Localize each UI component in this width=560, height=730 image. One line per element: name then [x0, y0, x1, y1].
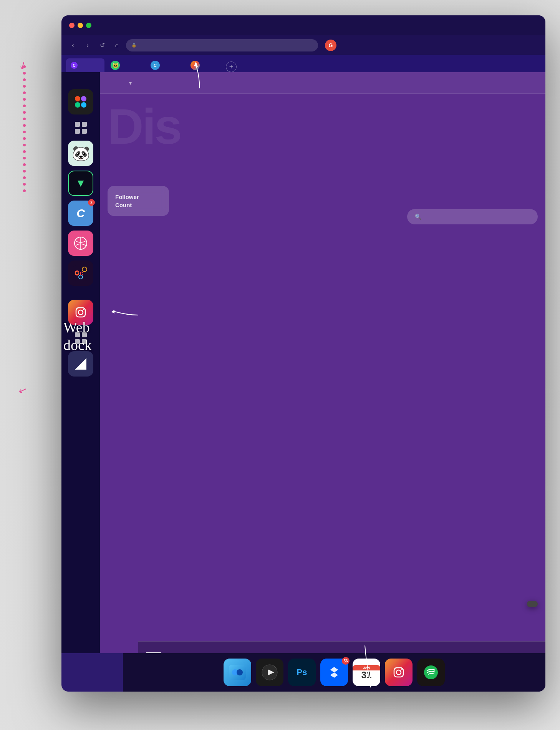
- tab-recommended[interactable]: [146, 642, 161, 653]
- tab-favicon-colorful: [191, 61, 200, 70]
- nav-templates[interactable]: ▾: [128, 80, 132, 86]
- browser-tabs: C 😺 C +: [61, 55, 545, 72]
- svg-point-9: [83, 309, 84, 310]
- tab-favicon-cat: 😺: [111, 61, 120, 70]
- follower-count-label: FollowerCount: [115, 193, 161, 209]
- sidebar-item-grid[interactable]: [65, 119, 96, 136]
- address-bar[interactable]: 🔒: [126, 39, 318, 51]
- sidebar-item-grid2[interactable]: [65, 330, 96, 347]
- tab-favicon-blue-c: C: [151, 61, 160, 70]
- dock-item-quicktime[interactable]: [256, 659, 283, 686]
- sidebar-item-panda[interactable]: 🐼: [65, 141, 96, 166]
- dock-item-dropbox[interactable]: 56: [320, 659, 348, 686]
- close-button[interactable]: [69, 23, 75, 28]
- svg-point-8: [78, 310, 83, 315]
- badge-creative: 2: [88, 199, 95, 206]
- minimize-button[interactable]: [78, 23, 83, 28]
- svg-point-17: [396, 670, 401, 675]
- dock-item-finder[interactable]: [224, 659, 251, 686]
- tab-favicon-canva: C: [71, 62, 78, 69]
- maximize-button[interactable]: [86, 23, 91, 28]
- instagram-tooltip: [527, 601, 538, 607]
- tab-canva[interactable]: C: [66, 58, 104, 72]
- svg-point-13: [237, 669, 243, 675]
- dock-item-calendar[interactable]: JAN 31: [353, 659, 380, 686]
- sidebar-item-creative[interactable]: C 2: [65, 201, 96, 226]
- mac-sidebar: 🐼 ▼ C 2: [61, 72, 100, 653]
- lock-icon: 🔒: [131, 43, 137, 48]
- template-tabs: [138, 641, 545, 653]
- sidebar-socials-label: [65, 290, 96, 295]
- search-bar[interactable]: 🔍: [407, 209, 538, 224]
- tab-cat[interactable]: 😺: [106, 58, 144, 72]
- dock-item-spotify[interactable]: [417, 659, 445, 686]
- tab-blue-c[interactable]: C: [146, 58, 184, 72]
- os-dock: Ps 56 JAN 31: [123, 653, 545, 692]
- search-bar-area: 🔍: [407, 209, 538, 224]
- svg-marker-10: [75, 358, 86, 370]
- canva-nav: ▾: [100, 72, 545, 94]
- dock-item-photoshop[interactable]: Ps: [288, 659, 316, 686]
- forward-button[interactable]: ›: [82, 40, 93, 51]
- refresh-button[interactable]: ↺: [97, 40, 108, 51]
- add-tab-button[interactable]: +: [226, 61, 237, 72]
- browser-content: ▾ Dis FollowerCount 🔍: [100, 72, 545, 653]
- tab-social[interactable]: [177, 642, 192, 653]
- follower-count-card: FollowerCount: [108, 186, 169, 216]
- browser-toolbar: ‹ › ↺ ⌂ 🔒 G: [61, 35, 545, 55]
- back-button[interactable]: ‹: [68, 40, 78, 51]
- sidebar-item-instagram[interactable]: [65, 300, 96, 325]
- sidebar-create-label: [65, 80, 96, 85]
- tab-presentations[interactable]: [161, 642, 177, 653]
- traffic-lights: [69, 23, 91, 28]
- home-button[interactable]: ⌂: [111, 40, 122, 51]
- content-area: 🐼 ▼ C 2: [61, 72, 545, 653]
- hero-bg-text: Dis: [108, 101, 181, 151]
- tab-colorful[interactable]: [186, 58, 224, 72]
- sidebar-item-linear[interactable]: [65, 351, 96, 377]
- title-bar: [61, 15, 545, 35]
- sidebar-item-dribbble[interactable]: [65, 231, 96, 256]
- sidebar-item-adobe-cc[interactable]: Cc: [65, 260, 96, 286]
- sidebar-item-figma[interactable]: [65, 89, 96, 114]
- svg-point-19: [424, 665, 438, 679]
- mac-window: ‹ › ↺ ⌂ 🔒 G C 😺 C +: [61, 15, 545, 692]
- search-icon: 🔍: [415, 214, 421, 220]
- sidebar-item-framer[interactable]: ▼: [65, 171, 96, 196]
- svg-point-18: [401, 669, 403, 670]
- badge-dropbox: 56: [342, 657, 350, 665]
- bookmark-icon-1[interactable]: G: [325, 40, 336, 51]
- dock-item-instagram[interactable]: [385, 659, 413, 686]
